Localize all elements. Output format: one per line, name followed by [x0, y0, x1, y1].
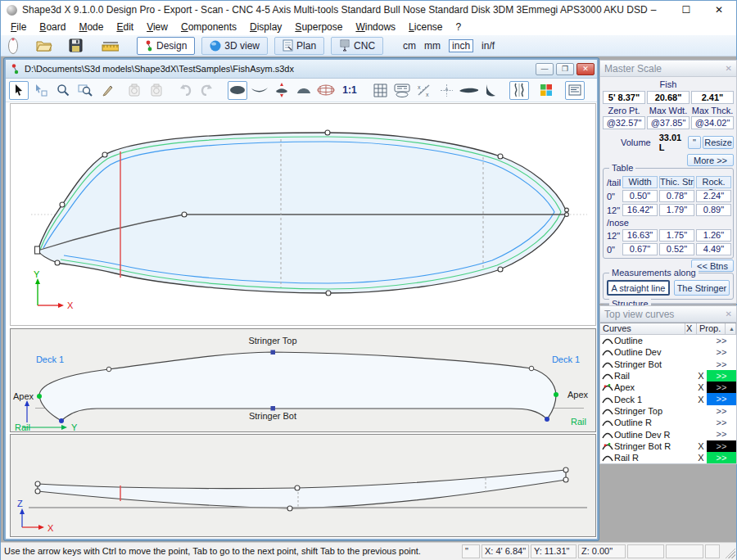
unit-toggle-button[interactable]: ": [688, 136, 701, 149]
curve-prop-button[interactable]: >>: [707, 382, 736, 393]
scroll-up-icon[interactable]: ▲: [726, 323, 736, 335]
curve-row[interactable]: Outline >>: [600, 335, 736, 346]
curve-prop-button[interactable]: >>: [707, 393, 736, 404]
measure-icon[interactable]: xx: [414, 81, 434, 100]
curve-row[interactable]: Deck 1 X >>: [600, 393, 736, 404]
table-cell[interactable]: 16.63": [622, 229, 658, 242]
apex-point[interactable]: [37, 394, 42, 399]
side-view-icon[interactable]: [250, 81, 269, 100]
close-icon[interactable]: ✕: [726, 309, 732, 318]
slice-view-icon[interactable]: [272, 81, 292, 100]
curve-row[interactable]: Stringer Bot R X >>: [600, 440, 736, 452]
curve-prop-button[interactable]: >>: [707, 346, 736, 358]
color-squares-icon[interactable]: [536, 81, 556, 100]
rail-point[interactable]: [545, 417, 549, 422]
center-cross-icon[interactable]: [436, 81, 456, 100]
table-cell[interactable]: 0.67": [622, 243, 658, 255]
save-icon[interactable]: [66, 37, 84, 55]
measurements-icon[interactable]: [101, 37, 119, 55]
slice-view-canvas[interactable]: Stringer Top Stringer Bot Deck 1 Deck 1 …: [11, 329, 595, 431]
table-cell[interactable]: 1.79": [659, 204, 694, 216]
curve-prop-button[interactable]: >>: [707, 417, 736, 428]
curve-prop-button[interactable]: >>: [707, 440, 736, 452]
max-wdt-value[interactable]: @37.85": [647, 116, 690, 129]
table-cell[interactable]: 0.89": [696, 204, 731, 216]
perspective-view-icon[interactable]: [294, 81, 314, 100]
table-cell[interactable]: 16.42": [622, 204, 658, 216]
control-point[interactable]: [35, 481, 40, 486]
copy-prev-slice-icon[interactable]: [124, 81, 144, 100]
close-button[interactable]: ✕: [713, 4, 725, 16]
zoom-icon[interactable]: [53, 81, 73, 100]
menu-license[interactable]: License: [402, 20, 449, 34]
curve-prop-button[interactable]: >>: [707, 359, 736, 370]
control-point[interactable]: [182, 212, 187, 217]
doc-minimize-button[interactable]: —: [536, 63, 554, 75]
rocker-curve[interactable]: [38, 470, 566, 508]
control-point[interactable]: [55, 260, 60, 265]
max-thck-value[interactable]: @34.02": [691, 116, 734, 129]
menu-file[interactable]: File: [4, 20, 33, 34]
curve-row[interactable]: Apex X >>: [600, 382, 736, 393]
curve-prop-button[interactable]: >>: [707, 452, 736, 463]
top-view-icon[interactable]: [228, 81, 247, 100]
apex-point[interactable]: [554, 392, 558, 397]
resize-grip[interactable]: [725, 548, 735, 558]
stringer-bot-point[interactable]: [271, 406, 276, 411]
menu-mode[interactable]: Mode: [72, 20, 110, 34]
slice-curve[interactable]: [39, 352, 556, 421]
zero-pt-value[interactable]: @32.57": [603, 116, 645, 129]
3d-view-button[interactable]: 3D view: [201, 37, 268, 55]
control-point[interactable]: [498, 154, 503, 159]
table-cell[interactable]: 1.26": [696, 229, 731, 242]
curve-row[interactable]: Outline Dev >>: [600, 346, 736, 358]
menu-display[interactable]: Display: [243, 20, 288, 34]
control-point[interactable]: [326, 291, 331, 296]
menu-superpose[interactable]: Superpose: [288, 20, 349, 34]
table-cell[interactable]: 0.50": [622, 190, 658, 202]
unit-mm[interactable]: mm: [424, 40, 441, 52]
table-cell[interactable]: 4.49": [696, 243, 731, 255]
curve-row[interactable]: Outline R >>: [600, 417, 736, 428]
master-scale-title[interactable]: Master Scale ✕: [600, 61, 736, 77]
rail-point[interactable]: [59, 418, 64, 423]
design-button[interactable]: Design: [137, 37, 195, 55]
deck-point[interactable]: [529, 366, 534, 371]
new-board-icon[interactable]: [4, 37, 22, 55]
minimize-button[interactable]: –: [648, 4, 659, 16]
board-bottom-icon[interactable]: [459, 81, 478, 100]
length-value[interactable]: 5' 8.37": [603, 91, 645, 104]
thic-str-header[interactable]: Thic. Str: [659, 176, 694, 188]
curve-prop-button[interactable]: >>: [707, 405, 736, 417]
table-cell[interactable]: 1.75": [659, 229, 694, 242]
unit-inf[interactable]: in/f: [482, 40, 495, 52]
edit-pen-icon[interactable]: [97, 81, 117, 100]
control-point[interactable]: [565, 208, 569, 212]
doc-close-button[interactable]: ✕: [576, 63, 595, 75]
plan-button[interactable]: Plan: [274, 37, 324, 55]
tail-control-point[interactable]: [35, 246, 40, 254]
curve-row[interactable]: Rail R X >>: [600, 452, 736, 463]
width-header[interactable]: Width: [622, 176, 658, 188]
curve-row[interactable]: Rail X >>: [600, 370, 736, 382]
straight-line-button[interactable]: A straight line: [607, 280, 670, 296]
unit-inch[interactable]: inch: [449, 39, 473, 52]
maximize-button[interactable]: ☐: [680, 4, 692, 16]
redo-icon[interactable]: [197, 81, 217, 100]
curve-row[interactable]: Outline Dev R >>: [600, 428, 736, 440]
zoom-window-icon[interactable]: [75, 81, 95, 100]
menu-windows[interactable]: Windows: [349, 20, 402, 34]
close-icon[interactable]: ✕: [726, 64, 732, 73]
profile-view-canvas[interactable]: Z X: [11, 435, 595, 536]
curve-row[interactable]: Stringer Bot >>: [600, 359, 736, 370]
prop-column-header[interactable]: Prop.: [697, 323, 726, 335]
control-point[interactable]: [35, 489, 40, 494]
slices-panel-icon[interactable]: [392, 81, 412, 100]
curve-prop-button[interactable]: >>: [707, 428, 736, 440]
control-point[interactable]: [60, 202, 65, 207]
curves-panel-title[interactable]: Top view curves ✕: [600, 306, 736, 323]
scale-1-1-label[interactable]: 1:1: [338, 81, 361, 100]
control-point[interactable]: [325, 130, 330, 135]
grid-icon[interactable]: [370, 81, 390, 100]
table-cell[interactable]: 2.24": [696, 190, 731, 202]
